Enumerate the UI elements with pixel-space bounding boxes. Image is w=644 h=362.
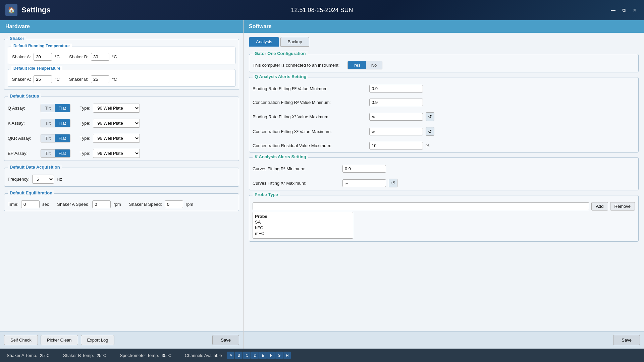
shaker-b-idle-label: Shaker B: — [69, 77, 88, 82]
shaker-a-speed-input[interactable] — [92, 200, 111, 208]
k-assay-flat-btn[interactable]: Flat — [55, 119, 70, 127]
q-assay-type-select[interactable]: 96 Well Plate — [93, 104, 140, 113]
restore-button[interactable]: ⧉ — [620, 6, 628, 14]
concentration-r2-input[interactable] — [369, 99, 423, 106]
probe-text-input[interactable] — [253, 202, 589, 210]
default-status-section: Default Status Q Assay: Tilt Flat Type: … — [4, 97, 239, 161]
channel-b: B — [235, 352, 243, 359]
concentration-x2-reset-button[interactable]: ↺ — [426, 127, 434, 136]
frequency-select[interactable]: 5 10 — [32, 175, 54, 184]
self-check-button[interactable]: Self Check — [4, 335, 38, 345]
software-header: Software — [244, 20, 644, 33]
binding-rate-r2-row: Binding Rate Fitting R² Value Minimum: — [253, 85, 635, 93]
channel-c: C — [243, 352, 251, 359]
k-assay-toggle: Tilt Flat — [41, 119, 70, 127]
qkr-assay-type-label: Type: — [80, 136, 91, 141]
qkr-assay-tilt-btn[interactable]: Tilt — [41, 134, 55, 142]
ep-assay-row: EP Assay: Tilt Flat Type: 96 Well Plate — [8, 149, 235, 158]
ep-assay-tilt-btn[interactable]: Tilt — [41, 149, 55, 157]
q-assay-flat-btn[interactable]: Flat — [55, 104, 70, 112]
time-input[interactable] — [21, 200, 40, 208]
binding-rate-r2-input[interactable] — [369, 85, 423, 93]
shaker-b-speed-input[interactable] — [165, 200, 183, 208]
curves-fitting-r2-input[interactable] — [342, 165, 386, 173]
ep-assay-flat-btn[interactable]: Flat — [55, 149, 70, 157]
shaker-b-run-input[interactable] — [91, 53, 109, 61]
q-analysis-alerts-label: Q Analysis Alerts Setting — [253, 74, 308, 79]
curves-fitting-x2-input[interactable] — [342, 179, 386, 187]
ep-assay-type-label: Type: — [80, 151, 91, 156]
probe-list[interactable]: Probe SA hFC mFC — [253, 212, 353, 239]
datetime-display: 12:51 08-25-2024 SUN — [291, 7, 353, 14]
default-running-temp-section: Default Running Temperature Shaker A: °C… — [8, 47, 235, 64]
binding-rate-x2-reset-button[interactable]: ↺ — [426, 112, 434, 121]
concentration-x2-input[interactable] — [369, 128, 423, 135]
probe-remove-button[interactable]: Remove — [610, 202, 635, 210]
k-assay-row: K Assay: Tilt Flat Type: 96 Well Plate — [8, 119, 235, 128]
shaker-a-speed-unit: rpm — [113, 202, 121, 207]
shaker-a-speed-label: Shaker A Speed: — [57, 202, 90, 207]
channel-f: F — [267, 352, 275, 359]
shaker-a-run-label: Shaker A: — [12, 54, 31, 59]
probe-type-label: Probe Type — [253, 192, 280, 197]
probe-add-row: Add Remove — [253, 202, 635, 210]
software-save-button[interactable]: Save — [613, 335, 640, 345]
binding-rate-x2-input[interactable] — [369, 113, 423, 121]
shaker-b-idle-input[interactable] — [91, 75, 109, 83]
qkr-assay-toggle: Tilt Flat — [41, 134, 70, 142]
qkr-assay-type-select[interactable]: 96 Well Plate — [93, 134, 140, 143]
probe-item-hfc[interactable]: hFC — [255, 225, 351, 231]
shaker-b-speed-unit: rpm — [186, 202, 193, 207]
k-analysis-alerts-section: K Analysis Alerts Setting Curves Fitting… — [249, 157, 639, 190]
k-assay-tilt-btn[interactable]: Tilt — [41, 119, 55, 127]
probe-item-mfc[interactable]: mFC — [255, 231, 351, 236]
home-icon[interactable]: 🏠 — [5, 4, 17, 16]
close-button[interactable]: ✕ — [631, 6, 639, 14]
shaker-b-temp-value: 25°C — [97, 353, 106, 358]
shaker-a-run-unit: °C — [55, 54, 60, 59]
ep-assay-type-select[interactable]: 96 Well Plate — [93, 149, 140, 158]
minimize-button[interactable]: — — [609, 6, 617, 14]
shaker-a-idle-input[interactable] — [34, 75, 52, 83]
shaker-a-idle-unit: °C — [55, 77, 60, 82]
default-data-acq-label: Default Data Acquisition — [8, 165, 62, 170]
frequency-unit: Hz — [57, 177, 62, 182]
tab-backup[interactable]: Backup — [280, 37, 309, 47]
curves-fitting-x2-reset-button[interactable]: ↺ — [389, 179, 397, 187]
q-assay-tilt-btn[interactable]: Tilt — [41, 104, 55, 112]
probe-item-sa[interactable]: SA — [255, 219, 351, 225]
binding-rate-r2-label: Binding Rate Fitting R² Value Minimum: — [253, 86, 367, 91]
q-assay-row: Q Assay: Tilt Flat Type: 96 Well Plate — [8, 104, 235, 113]
hardware-header: Hardware — [0, 20, 243, 33]
channel-boxes: A B C D E F G H — [227, 352, 291, 359]
k-analysis-alerts-label: K Analysis Alerts Setting — [253, 154, 308, 159]
hardware-save-button[interactable]: Save — [212, 335, 239, 345]
software-bottom-bar: Save — [244, 331, 644, 349]
concentration-r2-row: Concentration Fitting R² Value Minimum: — [253, 99, 635, 106]
tab-analysis[interactable]: Analysis — [249, 37, 279, 47]
concentration-residual-input[interactable] — [369, 142, 423, 149]
k-assay-type-select[interactable]: 96 Well Plate — [93, 119, 140, 128]
qkr-assay-flat-btn[interactable]: Flat — [55, 134, 70, 142]
spectrometer-temp-status: Spectrometer Temp. 35°C — [120, 353, 171, 358]
probe-add-button[interactable]: Add — [591, 202, 608, 210]
ep-assay-toggle: Tilt Flat — [41, 149, 70, 158]
k-assay-type-label: Type: — [80, 121, 91, 126]
export-log-button[interactable]: Export Log — [81, 335, 115, 345]
channel-e: E — [259, 352, 267, 359]
software-panel: Software Analysis Backup Gator One Confi… — [243, 20, 644, 349]
no-button[interactable]: No — [366, 61, 382, 69]
default-idle-temp-section: Default Idle Temperature Shaker A: °C Sh… — [8, 69, 235, 87]
curves-fitting-r2-row: Curves Fitting R² Minimum: — [253, 165, 635, 173]
software-content: Analysis Backup Gator One Configuration … — [244, 33, 644, 331]
shaker-a-run-input[interactable] — [34, 53, 52, 61]
picker-clean-button[interactable]: Picker Clean — [41, 335, 78, 345]
main-area: Hardware Shaker Default Running Temperat… — [0, 20, 644, 349]
statusbar: Shaker A Temp. 25°C Shaker B Temp. 25°C … — [0, 349, 644, 362]
shaker-a-idle-label: Shaker A: — [12, 77, 31, 82]
yes-no-toggle: Yes No — [347, 61, 382, 69]
yes-button[interactable]: Yes — [348, 61, 366, 69]
app-title: Settings — [21, 6, 51, 14]
channel-h: H — [283, 352, 291, 359]
shaker-b-temp-status: Shaker B Temp. 25°C — [63, 353, 106, 358]
